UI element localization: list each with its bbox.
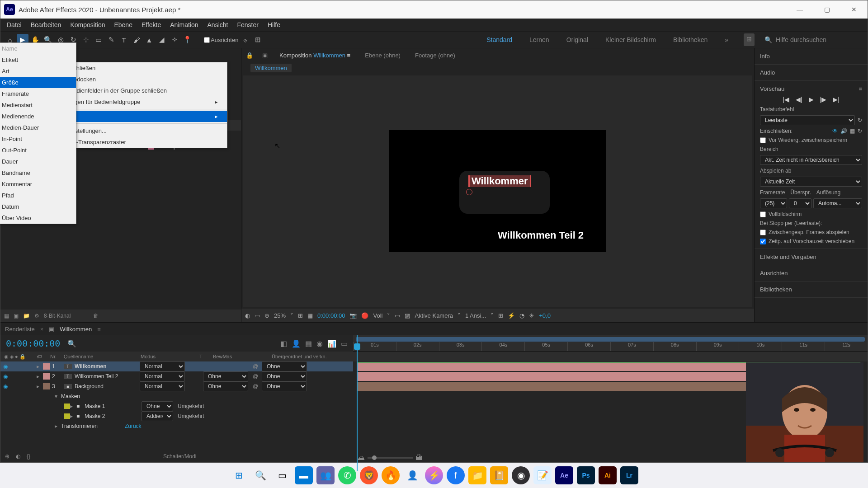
cm-col-größe[interactable]: ✓Größe (0, 77, 76, 88)
menu-fenster[interactable]: Fenster (232, 19, 263, 30)
toggle-switches-icon[interactable]: ⊕ (5, 453, 9, 460)
trash-icon[interactable]: 🗑 (93, 313, 99, 319)
toggle-modes-icon[interactable]: ◐ (16, 453, 20, 460)
brush-tool[interactable]: 🖌 (131, 34, 142, 46)
zoom-slider[interactable] (368, 457, 413, 459)
ruler-mark[interactable]: 05s (524, 342, 567, 351)
comp-mini-icon[interactable]: ◧ (280, 339, 287, 348)
channel-icon[interactable]: 🔴 (361, 312, 368, 319)
app-icon[interactable]: 📔 (490, 466, 508, 484)
cacheframes-checkbox[interactable] (760, 230, 766, 235)
exposure[interactable]: +0,0 (539, 312, 551, 319)
firefox-icon[interactable]: 🔥 (382, 466, 400, 484)
menu-animation[interactable]: Animation (165, 19, 203, 30)
pixel-icon[interactable]: ⊞ (498, 312, 503, 319)
messenger-icon[interactable]: ⚡ (425, 466, 443, 484)
app-icon[interactable]: 👤 (403, 466, 421, 484)
playfrom-select[interactable]: Aktuelle Zeit (760, 177, 862, 187)
ae-taskbar-icon[interactable]: Ae (555, 466, 573, 484)
explorer-icon[interactable]: ▬ (295, 466, 313, 484)
maximize-button[interactable]: ▢ (813, 0, 840, 19)
resolution-select[interactable]: Voll (373, 312, 382, 319)
camera-select[interactable]: Aktive Kamera (415, 312, 453, 319)
loop-icon[interactable]: ↻ (858, 128, 862, 134)
stamp-tool[interactable]: ▲ (143, 34, 155, 46)
breadcrumb[interactable]: Willkommen (250, 64, 292, 72)
footage-tab[interactable]: Footage (ohne) (412, 50, 458, 61)
next-frame-icon[interactable]: |▶ (820, 96, 827, 103)
speaker-icon[interactable]: 🔊 (840, 128, 847, 134)
ruler-mark[interactable]: 08s (653, 342, 696, 351)
workspace-standard[interactable]: Standard (485, 33, 514, 46)
info-panel[interactable]: Info (760, 53, 770, 60)
roi-icon[interactable]: ▭ (395, 312, 400, 319)
bit-depth[interactable]: 8-Bit-Kanal (44, 313, 71, 319)
audio-panel[interactable]: Audio (760, 69, 775, 76)
search-icon[interactable]: 🔍 (67, 339, 76, 348)
cm-col-in-point[interactable]: ✓In-Point (0, 133, 76, 145)
snap-checkbox[interactable] (204, 37, 210, 43)
work-area-bar[interactable] (356, 337, 865, 342)
reset-icon[interactable]: ↻ (858, 117, 862, 123)
col-parent[interactable]: Übergeordnet und verkn. (272, 354, 327, 359)
fast-preview-icon[interactable]: ⚡ (508, 312, 515, 319)
range-select[interactable]: Akt. Zeit nicht in Arbeitsbereich (760, 155, 862, 165)
text-tool[interactable]: T (118, 34, 130, 46)
switches-modes-toggle[interactable]: Schalter/Modi (163, 453, 196, 460)
menu-komposition[interactable]: Komposition (66, 19, 109, 30)
layer-tab[interactable]: Ebene (ohne) (362, 50, 403, 61)
toggle-inout-icon[interactable]: {} (27, 453, 30, 460)
playhead[interactable] (357, 335, 358, 471)
canvas[interactable]: Willkommer Willkommen Teil 2 (243, 75, 752, 307)
cm-col-pfad[interactable]: ✓Pfad (0, 190, 76, 201)
workspace-original[interactable]: Original (565, 33, 590, 46)
facebook-icon[interactable]: f (447, 466, 465, 484)
dropdown-icon[interactable]: ˅ (290, 312, 293, 319)
motion-blur-icon[interactable]: ◉ (316, 339, 323, 348)
roto-tool[interactable]: ✧ (169, 34, 180, 46)
teams-icon[interactable]: 👥 (316, 466, 335, 484)
eraser-tool[interactable]: ◢ (156, 34, 168, 46)
current-time[interactable]: 0:00:00:00 (317, 312, 345, 319)
cm-col-medienstart[interactable]: Medienstart (0, 99, 76, 111)
layer-row[interactable]: ◉▸1TWillkommenNormal@Ohne (0, 361, 353, 371)
preview-panel[interactable]: Vorschau (760, 85, 784, 92)
menu-ansicht[interactable]: Ansicht (203, 19, 233, 30)
play-icon[interactable]: ▶ (809, 96, 814, 103)
menu-datei[interactable]: Datei (2, 19, 26, 30)
zoom-in-icon[interactable]: 🏔 (415, 454, 423, 462)
first-frame-icon[interactable]: |◀ (783, 96, 789, 103)
ai-taskbar-icon[interactable]: Ai (599, 466, 617, 484)
ps-taskbar-icon[interactable]: Ps (577, 466, 595, 484)
workspace-more-icon[interactable]: » (723, 33, 730, 46)
col-t[interactable]: T (199, 354, 213, 359)
search-placeholder[interactable]: Hilfe durchsuchen (776, 36, 826, 43)
snap-options-icon[interactable]: ⟐ (239, 34, 251, 46)
guides-icon[interactable]: ⊕ (264, 312, 269, 319)
align-panel[interactable]: Ausrichten (760, 270, 788, 277)
cm-col-framerate[interactable]: ✓Framerate (0, 88, 76, 99)
ruler-mark[interactable]: 12s (825, 342, 868, 351)
snap-grid-icon[interactable]: ⊞ (252, 34, 264, 46)
pen-tool[interactable]: ✎ (105, 34, 117, 46)
ruler-mark[interactable]: 03s (439, 342, 482, 351)
cache-checkbox[interactable] (760, 137, 766, 143)
lock-icon[interactable]: 🔒 (246, 52, 253, 59)
interpret-icon[interactable]: ▦ (4, 313, 9, 319)
text-layer-1[interactable]: Willkommer (468, 175, 531, 187)
skip-select[interactable]: 0 (789, 198, 811, 208)
lr-taskbar-icon[interactable]: Lr (620, 466, 638, 484)
puppet-tool[interactable]: 📍 (181, 34, 193, 46)
zoom-level[interactable]: 25% (274, 312, 286, 319)
view-count[interactable]: 1 Ansi... (465, 312, 486, 319)
col-source[interactable]: Quellenname (64, 354, 141, 359)
ruler-mark[interactable]: 07s (610, 342, 653, 351)
start-button[interactable]: ⊞ (230, 466, 248, 484)
ruler-mark[interactable]: 04s (481, 342, 524, 351)
workspace-lernen[interactable]: Lernen (528, 33, 551, 46)
ruler-mark[interactable]: 09s (696, 342, 739, 351)
cm-col-über video[interactable]: Über Video (0, 212, 76, 224)
masks-group[interactable]: Masken (57, 393, 80, 399)
frame-blend-icon[interactable]: ▦ (305, 339, 312, 348)
new-comp-icon[interactable]: ▣ (14, 313, 19, 319)
